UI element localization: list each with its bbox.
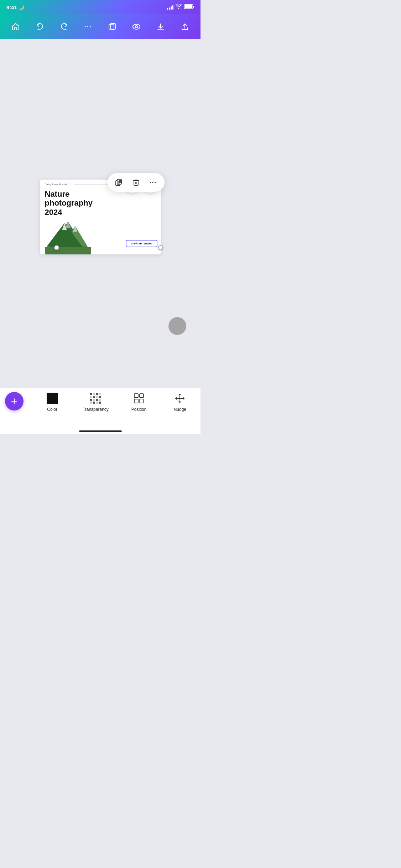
tool-items: Color [32,392,200,412]
card-header-text: Daisy Jonas Portfolio :) [45,183,71,186]
color-tool[interactable]: Color [42,392,63,412]
context-menu: ··· [108,173,165,192]
bottom-toolbar: + Color [0,388,200,434]
share-button[interactable] [178,20,192,34]
home-button[interactable] [9,20,23,34]
status-bar: 9:41 🌙 [0,0,200,14]
svg-rect-28 [134,181,138,185]
color-label: Color [47,407,57,412]
svg-rect-7 [45,247,91,254]
transparency-label: Transparency [83,407,109,412]
drag-handle[interactable] [168,317,186,335]
time-label: 9:41 [6,4,17,10]
nudge-icon [173,392,186,405]
svg-rect-29 [134,394,138,398]
handle-top-right[interactable] [158,245,163,250]
nudge-tool[interactable]: Nudge [169,392,191,412]
battery-icon [184,4,194,10]
preview-button[interactable] [129,20,144,34]
status-right [167,4,194,10]
toolbar-divider [30,392,30,417]
more-options-button[interactable]: ··· [147,177,159,188]
moon-icon: 🌙 [19,5,24,10]
undo-button[interactable] [33,20,47,34]
transparency-tool[interactable]: Transparency [83,392,109,412]
position-label: Position [131,407,147,412]
svg-rect-32 [140,399,144,403]
more-button[interactable]: ··· [81,20,95,34]
canvas-area: Daisy Jonas Portfolio :) Naturephotograp… [0,39,200,388]
color-icon [46,392,59,405]
card-title: Naturephotography2024 [45,190,93,217]
svg-point-5 [133,24,140,29]
svg-rect-2 [185,5,192,9]
signal-icon [167,5,173,10]
svg-rect-30 [140,394,144,398]
home-indicator [79,430,122,432]
status-time: 9:41 🌙 [6,4,24,10]
position-tool[interactable]: Position [128,392,150,412]
delete-button[interactable] [130,177,142,188]
download-button[interactable] [153,20,168,34]
svg-rect-1 [193,6,194,8]
design-card[interactable]: Daisy Jonas Portfolio :) Naturephotograp… [40,180,161,254]
mountain-illustration [45,215,91,254]
color-swatch [47,393,58,404]
redo-button[interactable] [57,20,71,34]
position-icon [132,392,145,405]
handle-bottom-left[interactable] [54,245,59,250]
add-button[interactable]: + [5,392,24,410]
svg-point-6 [135,26,137,28]
main-toolbar: ··· [0,14,200,39]
wifi-icon [176,4,182,10]
nudge-label: Nudge [174,407,186,412]
pages-button[interactable] [105,20,119,34]
view-work-button[interactable]: VIEW MY WORK [126,240,157,247]
svg-rect-31 [134,399,138,403]
transparency-icon [89,392,102,405]
copy-button[interactable] [113,177,125,188]
